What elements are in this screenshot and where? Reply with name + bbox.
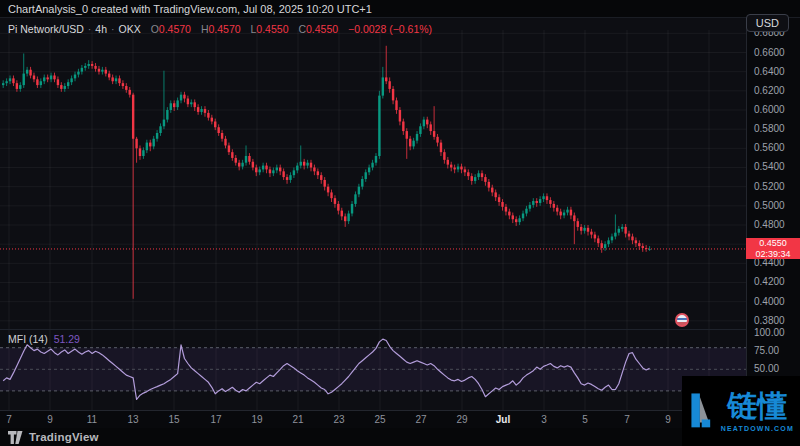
price-axis-label: 0.4800 bbox=[754, 219, 785, 230]
chart-title-text: ChartAnalysis_0 created with TradingView… bbox=[8, 3, 372, 15]
time-axis-label: 7 bbox=[624, 414, 630, 425]
high-value: 0.4570 bbox=[208, 23, 240, 35]
tradingview-logo-icon[interactable] bbox=[8, 431, 23, 444]
time-axis-label: 7 bbox=[6, 414, 12, 425]
current-price-badge: 0.4550 02:39:34 bbox=[746, 238, 800, 259]
time-axis-label: 11 bbox=[87, 414, 97, 425]
symbol-name[interactable]: Pi Network/USD bbox=[8, 23, 84, 35]
footer-bar: TradingView bbox=[0, 428, 800, 446]
time-axis-label: 15 bbox=[168, 414, 179, 425]
bar-countdown: 02:39:34 bbox=[746, 249, 800, 260]
price-axis-label: 0.6200 bbox=[754, 85, 785, 96]
price-axis-label: 0.4200 bbox=[754, 276, 785, 287]
interval-label[interactable]: 4h bbox=[95, 23, 107, 35]
chart-pane-background bbox=[0, 18, 746, 410]
exchange-label[interactable]: OKX bbox=[119, 23, 141, 35]
close-label: C bbox=[298, 23, 306, 35]
legend-separator: · bbox=[88, 23, 92, 35]
indicator-value: 51.29 bbox=[54, 333, 80, 345]
price-axis-label: 0.4000 bbox=[754, 296, 785, 307]
legend-separator: · bbox=[111, 23, 115, 35]
time-axis-label: 19 bbox=[251, 414, 262, 425]
current-price-value: 0.4550 bbox=[746, 238, 800, 249]
tradingview-brand-link[interactable]: TradingView bbox=[29, 431, 99, 443]
price-axis-label: 0.5600 bbox=[754, 142, 785, 153]
indicator-legend[interactable]: MFI (14)51.29 bbox=[8, 333, 80, 345]
price-axis-label: 0.5400 bbox=[754, 161, 785, 172]
open-label: O bbox=[151, 23, 159, 35]
time-axis-label: 13 bbox=[127, 414, 138, 425]
indicator-axis-label: 100.00 bbox=[754, 327, 785, 338]
time-axis-label: 27 bbox=[415, 414, 426, 425]
price-axis-label: 0.6600 bbox=[754, 47, 785, 58]
time-axis-label: 17 bbox=[210, 414, 221, 425]
time-axis[interactable]: 7911131517192123252729Jul3579 bbox=[0, 410, 800, 428]
time-axis-label: 5 bbox=[582, 414, 588, 425]
price-axis-label: 0.6400 bbox=[754, 66, 785, 77]
low-value: 0.4550 bbox=[256, 23, 288, 35]
time-axis-label: Jul bbox=[496, 414, 510, 425]
price-axis-label: 0.3800 bbox=[754, 315, 785, 326]
watermark-domain: NEATDOWN.COM bbox=[721, 425, 794, 432]
time-axis-label: 23 bbox=[333, 414, 344, 425]
time-axis-label: 25 bbox=[374, 414, 385, 425]
time-axis-label: 3 bbox=[541, 414, 547, 425]
indicator-name[interactable]: MFI (14) bbox=[8, 333, 48, 345]
close-value: 0.4550 bbox=[306, 23, 338, 35]
change-value: −0.0028 (−0.61%) bbox=[348, 23, 432, 35]
time-axis-label: 9 bbox=[47, 414, 53, 425]
symbol-legend[interactable]: Pi Network/USD·4h·OKX O0.4570 H0.4570 L0… bbox=[8, 23, 432, 35]
time-axis-label: 29 bbox=[456, 414, 467, 425]
time-axis-label: 21 bbox=[292, 414, 303, 425]
title-bar: ChartAnalysis_0 created with TradingView… bbox=[0, 0, 800, 18]
open-value: 0.4570 bbox=[159, 23, 191, 35]
currency-toggle-button[interactable]: USD bbox=[746, 14, 789, 32]
price-axis-label: 0.5000 bbox=[754, 200, 785, 211]
watermark-logo-icon bbox=[689, 381, 716, 441]
watermark-site-name: 链懂 bbox=[727, 391, 787, 421]
economic-event-flag-icon[interactable] bbox=[675, 313, 689, 327]
site-watermark: 链懂 NEATDOWN.COM bbox=[682, 376, 800, 446]
indicator-axis-label: 75.00 bbox=[754, 345, 779, 356]
time-axis-label: 9 bbox=[665, 414, 671, 425]
indicator-axis-label: 50.00 bbox=[754, 363, 779, 374]
price-axis-label: 0.5200 bbox=[754, 181, 785, 192]
price-axis-label: 0.5800 bbox=[754, 123, 785, 134]
price-axis-label: 0.6000 bbox=[754, 104, 785, 115]
